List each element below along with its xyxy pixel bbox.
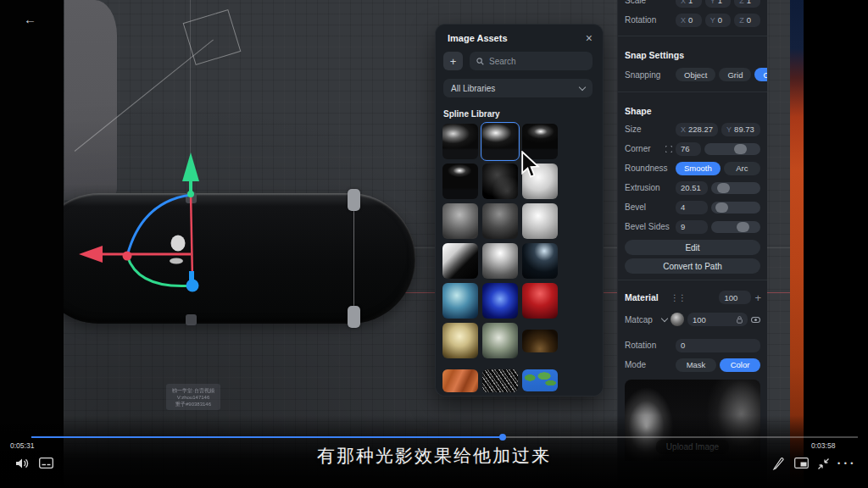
gizmo-arrow-green[interactable]: [182, 152, 199, 181]
library-filter-dropdown[interactable]: All Libraries: [443, 79, 593, 97]
rotation-z-field[interactable]: Z0: [734, 14, 760, 27]
roundness-smooth-button[interactable]: Smooth: [676, 162, 721, 175]
asset-matcap-chrome-image: [482, 243, 518, 279]
asset-gradient-diagonal-bw[interactable]: [442, 243, 478, 279]
library-filter-value: All Libraries: [451, 84, 495, 93]
bbox-handle-top-right[interactable]: [348, 189, 360, 211]
gizmo-axis-vertical[interactable]: [191, 193, 192, 280]
asset-matcap-gold[interactable]: [442, 323, 478, 358]
roundness-label: Roundness: [625, 164, 672, 173]
bevel-value-field[interactable]: 4: [676, 201, 708, 214]
corner-slider[interactable]: [704, 143, 760, 155]
mouse-cursor: [519, 151, 542, 180]
bevel-slider[interactable]: [711, 202, 760, 214]
asset-matcap-chrome[interactable]: [482, 243, 518, 279]
asset-matcap-light-grey[interactable]: [522, 203, 558, 239]
exit-fullscreen-icon[interactable]: [817, 458, 830, 470]
lock-icon: [737, 316, 743, 324]
gizmo-arrow-red[interactable]: [79, 246, 103, 263]
material-rotation-label: Rotation: [625, 341, 672, 350]
asset-matcap-navy-gloss[interactable]: [522, 243, 558, 279]
size-y-field[interactable]: Y89.73: [721, 123, 760, 136]
asset-texture-dark-smoke[interactable]: [522, 323, 558, 358]
extrusion-value-field[interactable]: 20.51: [676, 181, 708, 195]
snapping-row: Snapping Object Grid Off: [618, 64, 767, 86]
add-material-icon[interactable]: +: [754, 291, 760, 304]
close-icon[interactable]: ×: [586, 34, 593, 42]
scale-row: Scale X1 Y1 Z1: [618, 0, 767, 10]
roundness-arc-button[interactable]: Arc: [724, 162, 760, 175]
matcap-value-field[interactable]: 100: [687, 313, 748, 326]
bevel-sides-slider[interactable]: [711, 221, 760, 233]
asset-matcap-sage[interactable]: [482, 323, 518, 358]
snapping-object-button[interactable]: Object: [676, 68, 715, 81]
volume-icon[interactable]: [15, 458, 31, 469]
back-arrow-icon[interactable]: ←: [24, 12, 36, 26]
rotation-y-field[interactable]: Y0: [705, 14, 732, 27]
asset-matcap-soft-glow-2[interactable]: [482, 124, 518, 159]
asset-matcap-dark-grey-image: [482, 203, 518, 239]
asset-matcap-soft-glow-1[interactable]: [442, 124, 478, 159]
add-asset-button[interactable]: +: [443, 52, 463, 70]
mode-mask-button[interactable]: Mask: [676, 358, 716, 372]
matcap-swatch[interactable]: [670, 313, 684, 326]
corner-value-field[interactable]: 76: [676, 142, 701, 156]
asset-matcap-red-gloss[interactable]: [522, 283, 558, 319]
gizmo-node-red[interactable]: [123, 252, 132, 261]
asset-matcap-sage-image: [482, 323, 518, 358]
snapping-off-button[interactable]: Off: [754, 68, 767, 81]
image-assets-panel: Image Assets × + Search All Libraries Sp…: [435, 24, 604, 396]
asset-matcap-dark-grey[interactable]: [482, 203, 518, 239]
scale-x-field[interactable]: X1: [676, 0, 702, 8]
material-amount-field[interactable]: 100: [719, 291, 751, 304]
gizmo-arc-green[interactable]: [127, 256, 193, 286]
matcap-chevron-icon[interactable]: [661, 314, 668, 321]
snapping-grid-button[interactable]: Grid: [719, 68, 751, 81]
asset-texture-bw-speckle[interactable]: [482, 363, 518, 396]
search-icon: [476, 58, 484, 65]
edge-control-point-bottom[interactable]: [186, 314, 197, 325]
progress-bar[interactable]: [31, 436, 858, 438]
transform-gizmo[interactable]: [72, 144, 216, 301]
asset-texture-earth-map[interactable]: [522, 363, 558, 396]
spline-library-section-label: Spline Library: [436, 97, 603, 124]
drag-dots-icon[interactable]: ⋮⋮: [670, 293, 686, 302]
asset-matcap-rim-light-2[interactable]: [442, 164, 478, 199]
asset-texture-rust[interactable]: [442, 363, 478, 396]
search-input[interactable]: Search: [470, 52, 593, 70]
size-x-field[interactable]: X228.27: [676, 123, 718, 136]
gizmo-node-blue[interactable]: [186, 280, 199, 292]
convert-to-path-button[interactable]: Convert to Path: [625, 258, 760, 274]
extrusion-row: Extrusion 20.51: [618, 178, 767, 197]
edit-button[interactable]: Edit: [625, 240, 760, 255]
edit-pencil-icon[interactable]: [772, 458, 784, 470]
matcap-row: Matcap 100: [618, 308, 767, 330]
material-rotation-row: Rotation 0: [618, 336, 767, 355]
subtitles-icon[interactable]: [39, 458, 53, 469]
mode-color-button[interactable]: Color: [720, 358, 760, 372]
material-rotation-field[interactable]: 0: [676, 339, 760, 352]
corner-row: Corner 76: [618, 139, 767, 158]
extrusion-slider[interactable]: [711, 182, 760, 194]
scale-y-field[interactable]: Y1: [705, 0, 732, 8]
scale-z-field[interactable]: Z1: [734, 0, 760, 8]
bbox-handle-bottom-right[interactable]: [348, 306, 360, 328]
mini-player-icon[interactable]: [794, 458, 809, 469]
corner-expand-icon[interactable]: [665, 146, 672, 152]
bevel-label: Bevel: [625, 202, 672, 212]
rotation-x-field[interactable]: X0: [676, 14, 702, 27]
gizmo-node-green[interactable]: [187, 191, 194, 197]
bevel-sides-value-field[interactable]: 9: [676, 220, 708, 234]
gizmo-center-sphere[interactable]: [171, 236, 186, 252]
mode-label: Mode: [625, 360, 672, 369]
progress-handle[interactable]: [499, 434, 506, 441]
search-placeholder: Search: [489, 57, 516, 66]
asset-matcap-deep-blue[interactable]: [482, 283, 518, 319]
asset-matcap-teal-blue[interactable]: [442, 283, 478, 319]
extrusion-label: Extrusion: [625, 183, 672, 192]
asset-matcap-glossy-black[interactable]: [482, 164, 518, 199]
more-options-icon[interactable]: • • •: [837, 459, 854, 468]
gizmo-center-disc[interactable]: [170, 258, 183, 264]
visibility-icon[interactable]: [751, 317, 760, 323]
asset-matcap-matte-grey[interactable]: [442, 203, 478, 239]
